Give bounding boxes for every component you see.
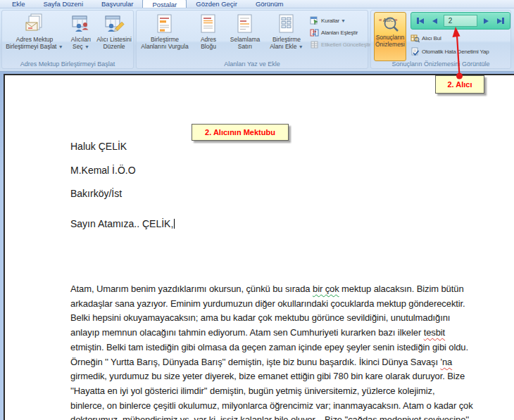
- record-number-input[interactable]: 2: [444, 15, 478, 27]
- letter-salutation[interactable]: Sayın Atamıza.. ÇELİK,: [70, 218, 175, 229]
- button-label: Otomatik Hata Denetimi Yap: [422, 49, 489, 55]
- greeting-line-button[interactable]: Selamlama Satırı: [225, 12, 265, 60]
- previous-record-button[interactable]: [427, 14, 441, 27]
- tab-ekle[interactable]: Ekle: [3, 0, 34, 8]
- highlight-merge-fields-button[interactable]: Birleştirme Alanlarını Vurgula: [138, 12, 192, 60]
- update-labels-icon: [310, 40, 319, 49]
- dropdown-arrow-icon: ▼: [341, 18, 346, 23]
- dropdown-arrow-icon: ▼: [84, 44, 89, 49]
- text-run: medeniyet seviyesine'': [377, 414, 470, 420]
- tab-gorunum[interactable]: Görünüm: [246, 0, 293, 8]
- letter-callout: 2. Alıcının Mektubu: [192, 124, 289, 141]
- rules-button[interactable]: Kurallar ▼: [310, 15, 368, 27]
- spelling-flagged-text: cağdaş: [348, 414, 377, 420]
- text-run: doktorumuz, mühendisimiz vs. var ki, işs…: [70, 414, 348, 420]
- paragraph-line: ''Hayatta en iyi yol gösterici ilimdir''…: [70, 384, 493, 399]
- button-label: Sonuçların Önizlemesi: [375, 34, 406, 48]
- group-preview-results: « ABC » Sonuçların Önizlemesi 2: [370, 10, 511, 69]
- auto-check-errors-button[interactable]: Otomatik Hata Denetimi Yap: [410, 46, 510, 58]
- button-label: Etiketleri Güncelleştir: [321, 42, 371, 48]
- text-run: Atam, Umarım benim yazdıklarımı okursun,…: [70, 284, 313, 294]
- preview-results-icon: « ABC »: [377, 13, 403, 34]
- auto-check-errors-icon: [410, 47, 420, 56]
- tab-postalar[interactable]: Postalar: [142, 0, 187, 8]
- rules-icon: [310, 16, 319, 25]
- letter-city[interactable]: Bakırköy/İst: [70, 188, 122, 199]
- paragraph-line: doktorumuz, mühendisimiz vs. var ki, işs…: [70, 413, 493, 420]
- find-recipient-icon: [410, 34, 420, 43]
- paragraph-line: Örneğin '' Yurtta Barış, Dünyada Barış''…: [70, 355, 493, 370]
- paragraph-line: arkadaşlar sana yazıyor. Eminim yurdumuz…: [70, 297, 493, 312]
- tab-sayfa-duzeni[interactable]: Sayfa Düzeni: [34, 0, 92, 8]
- group-label: Sonuçların Önizlemesini Görüntüle: [371, 61, 510, 68]
- next-record-button[interactable]: [479, 14, 493, 27]
- button-label: Alanları Eşleştir: [321, 30, 358, 36]
- text-run: anlayıp memnun olacağını tahmin ediyorum…: [70, 327, 424, 338]
- match-fields-button[interactable]: Alanları Eşleştir: [310, 27, 368, 39]
- letter-recipient-name[interactable]: Haluk ÇELİK: [70, 141, 127, 152]
- start-mail-merge-button[interactable]: Adres Mektup Birleştirmeyi Başlat ▼: [4, 12, 65, 60]
- text-cursor: [174, 219, 175, 229]
- button-label: Alıcı Bul: [422, 35, 441, 42]
- edit-recipient-list-button[interactable]: Alıcı Listesini Düzenle: [94, 12, 134, 60]
- select-recipients-button[interactable]: Alıcıları Seç ▼: [67, 12, 95, 60]
- greeting-line-icon: [236, 12, 254, 36]
- mail-merge-start-icon: [23, 12, 46, 36]
- word-window: Ekle Sayfa Düzeni Başvurular Postalar Gö…: [0, 0, 514, 420]
- button-label: Selamlama Satırı: [230, 36, 261, 50]
- match-fields-icon: [310, 28, 319, 37]
- button-label: Birleştirme Alanı Ekle: [270, 36, 301, 50]
- dropdown-arrow-icon: ▼: [299, 44, 303, 49]
- insert-merge-field-icon: [277, 12, 296, 36]
- group-start-mail-merge: Adres Mektup Birleştirmeyi Başlat ▼: [1, 10, 134, 69]
- first-record-button[interactable]: [413, 14, 427, 27]
- group-label: Adres Mektup Birleştirmeyi Başlat: [2, 61, 133, 68]
- paragraph-line: etmiştin. Belki tam istediğin gibi olmas…: [70, 341, 493, 355]
- svg-text:«: «: [379, 17, 382, 23]
- ribbon-tab-row: Ekle Sayfa Düzeni Başvurular Postalar Gö…: [0, 0, 514, 8]
- spelling-flagged-text: 'na: [441, 357, 453, 367]
- recipient-callout: 2. Alıcı: [435, 75, 484, 94]
- tab-basvurular[interactable]: Başvurular: [92, 0, 142, 8]
- address-block-icon: [199, 12, 218, 36]
- paragraph-line: girmedik, yurdumuz bu size yeter diyerek…: [70, 369, 493, 384]
- find-recipient-button[interactable]: Alıcı Bul: [410, 32, 510, 44]
- button-label: Adres Bloğu: [201, 36, 216, 50]
- preview-results-button[interactable]: « ABC » Sonuçların Önizlemesi: [374, 12, 406, 61]
- text-run: Sayın Atamıza.. ÇELİK,: [70, 218, 173, 229]
- text-run: Örneğin '' Yurtta Barış, Dünyada Barış''…: [70, 357, 441, 367]
- update-labels-button[interactable]: Etiketleri Güncelleştir: [310, 39, 368, 51]
- spelling-flagged-text: tesbit: [424, 327, 445, 338]
- grammar-flagged-text: bir çok: [313, 284, 339, 294]
- record-navigator: 2: [410, 12, 510, 30]
- address-block-button[interactable]: Adres Bloğu: [193, 12, 224, 60]
- last-record-button[interactable]: [494, 14, 508, 27]
- paragraph-line: binlerce, on binlerce çeşitli okulumuz, …: [70, 399, 493, 414]
- ribbon: Adres Mektup Birleştirmeyi Başlat ▼: [0, 8, 514, 72]
- highlight-merge-fields-icon: [156, 12, 174, 36]
- dropdown-arrow-icon: ▼: [58, 44, 63, 49]
- letter-school[interactable]: M.Kemal İ.Ö.O: [70, 165, 136, 176]
- text-run: mektup alacaksın. Bizim bütün: [339, 284, 464, 294]
- paragraph-line: anlayıp memnun olacağını tahmin ediyorum…: [70, 326, 493, 341]
- button-label: Alıcı Listesini Düzenle: [96, 36, 132, 50]
- paragraph-line: Atam, Umarım benim yazdıklarımı okursun,…: [70, 282, 493, 297]
- group-write-insert-fields: Birleştirme Alanlarını Vurgula Adres Blo…: [136, 10, 368, 69]
- button-label: Birleştirme Alanlarını Vurgula: [141, 36, 188, 50]
- group-label: Alanları Yaz ve Ekle: [137, 61, 368, 68]
- insert-merge-field-button[interactable]: Birleştirme Alanı Ekle ▼: [266, 12, 307, 60]
- letter-body[interactable]: Atam, Umarım benim yazdıklarımı okursun,…: [70, 282, 493, 420]
- button-label: Adres Mektup Birleştirmeyi Başlat: [6, 36, 56, 50]
- paragraph-line: Belki hepsini okuyamayacaksın; ama bu ka…: [70, 311, 493, 326]
- edit-recipient-list-icon: [104, 12, 125, 36]
- select-recipients-icon: [70, 12, 92, 36]
- button-label: Kurallar: [321, 18, 339, 24]
- tab-gozden-gecir[interactable]: Gözden Geçir: [187, 0, 246, 8]
